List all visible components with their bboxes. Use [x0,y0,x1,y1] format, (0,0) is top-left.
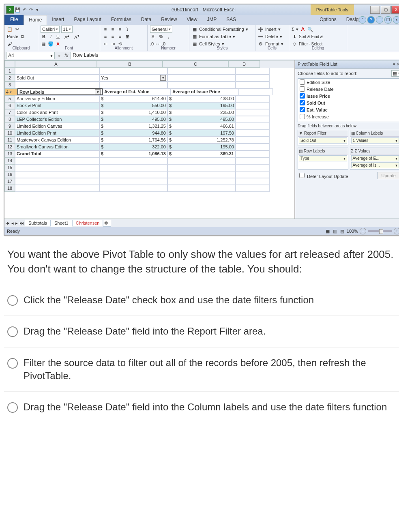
row-header[interactable]: 16 [4,171,15,178]
val-item-issue[interactable]: Average of Is...▾ [351,162,399,168]
cell[interactable] [236,150,270,157]
cell[interactable]: Average of Est. Value [103,88,171,95]
cell[interactable]: Yes▾ [99,75,167,82]
zoom-slider[interactable] [368,230,392,232]
merge-icon[interactable]: ⊞ [124,34,130,39]
cell[interactable] [236,130,270,137]
radio-icon[interactable] [7,402,18,413]
row-header[interactable]: 8 [4,116,15,123]
row-header[interactable]: 15 [4,164,15,171]
cell[interactable] [236,95,270,102]
shrink-font-button[interactable]: A▾ [73,33,81,40]
col-item-values[interactable]: Σ Values▾ [351,137,399,144]
cell[interactable] [99,164,167,171]
view-break-icon[interactable]: ▧ [339,228,345,234]
cell[interactable]: Sold Out [15,75,99,82]
defer-update-checkbox[interactable]: Defer Layout Update [298,172,348,179]
font-name-select[interactable]: Calibri [41,26,60,33]
grow-font-button[interactable]: A▴ [63,33,71,40]
row-labels-zone[interactable]: ▤Row Labels Type▾ [298,148,348,169]
sheet-nav-next-icon[interactable]: ▸ [15,221,19,226]
close-button[interactable]: X [391,6,399,14]
cell[interactable]: $944.80 [99,130,167,137]
percent-button[interactable]: % [157,34,165,39]
cell[interactable] [99,157,167,164]
align-top-icon[interactable]: ≡ [103,26,108,32]
column-labels-zone[interactable]: ▦Column Labels Σ Values▾ [350,130,399,146]
cell[interactable] [99,171,167,178]
row-header[interactable]: 17 [4,178,15,185]
tab-insert[interactable]: Insert [47,15,69,25]
cell[interactable] [236,164,270,171]
cell[interactable] [236,171,270,178]
cell[interactable] [99,185,167,192]
row-header[interactable]: 6 [4,102,15,109]
cell[interactable] [236,102,270,109]
cell[interactable] [167,82,236,88]
filter-item-soldout[interactable]: Sold Out▾ [299,137,347,144]
underline-button[interactable]: U [55,34,61,39]
field-release-date[interactable]: Release Date [298,86,399,92]
cell[interactable]: $495.00 [167,116,236,123]
sort-icon[interactable]: A [300,26,306,32]
radio-icon[interactable] [7,295,18,306]
new-sheet-button[interactable]: ✽ [103,220,111,227]
row-header[interactable]: 4 [4,88,17,96]
cell[interactable]: $369.31 [167,150,236,157]
sheet-tab-sheet1[interactable]: Sheet1 [51,220,72,227]
cell[interactable] [15,178,99,185]
row-header[interactable]: 12 [4,144,15,150]
col-header-a[interactable]: A [15,60,97,68]
radio-icon[interactable] [7,358,18,369]
values-zone[interactable]: ΣΣ Values Average of E...▾ Average of Is… [350,148,399,169]
field-checkbox[interactable] [300,93,305,99]
cell[interactable]: $322.00 [99,144,167,150]
fmt-table-button[interactable]: Format as Table [199,34,231,39]
tab-jmp[interactable]: JMP [202,15,221,25]
row-header[interactable]: 18 [4,185,15,192]
bold-button[interactable]: B [41,34,47,39]
col-header-b[interactable]: B [97,60,163,68]
cell[interactable]: Anniversary Edition [15,95,99,102]
wb-restore-icon[interactable]: ❐ [384,16,392,24]
view-layout-icon[interactable]: ▥ [332,228,338,234]
fill-icon[interactable]: ⬇ [292,34,297,39]
cell[interactable] [236,75,270,82]
cell[interactable] [236,157,270,164]
cell[interactable] [236,185,270,192]
save-icon[interactable]: 💾 [15,7,21,13]
cond-fmt-button[interactable]: Conditional Formatting [199,27,244,32]
cell[interactable] [236,123,270,130]
val-item-est[interactable]: Average of E...▾ [351,155,399,161]
minimize-button[interactable]: — [370,6,380,14]
row-header[interactable]: 1 [4,68,15,75]
radio-icon[interactable] [7,326,18,337]
tab-home[interactable]: Home [24,15,47,25]
cell[interactable]: $225.00 [167,109,236,116]
cell[interactable] [236,109,270,116]
sheet-nav-last-icon[interactable]: ⏭ [19,221,25,225]
cell[interactable] [99,82,167,88]
cell[interactable]: $438.00 [167,95,236,102]
row-header[interactable]: 3 [4,82,15,88]
field-list-close-icon[interactable]: ✕ [397,62,399,66]
cell[interactable]: Color Book and Print [15,109,99,116]
tab-view[interactable]: View [182,15,202,25]
number-format-select[interactable]: General [150,26,172,33]
cell[interactable] [167,75,236,82]
sheet-nav-prev-icon[interactable]: ◂ [11,221,15,226]
cell[interactable]: $1,410.00 [99,109,167,116]
copy-icon[interactable]: ⧉ [20,34,26,39]
cell[interactable]: $1,252.78 [167,137,236,144]
cell[interactable]: Row Labels▾ [17,88,103,95]
qat-more-icon[interactable]: ▾ [34,7,40,13]
name-box[interactable]: A4▾ [6,52,55,59]
cell[interactable]: $195.00 [167,102,236,109]
cell[interactable] [239,88,273,95]
field-issue-price[interactable]: Issue Price [298,92,399,99]
sheet-nav-first-icon[interactable]: ⏮ [4,221,11,225]
rowlabels-filter-icon[interactable]: ▾ [95,89,101,95]
tab-page-layout[interactable]: Page Layout [69,15,106,25]
cell[interactable]: $1,321.25 [99,123,167,130]
select-all-corner[interactable] [4,60,15,68]
